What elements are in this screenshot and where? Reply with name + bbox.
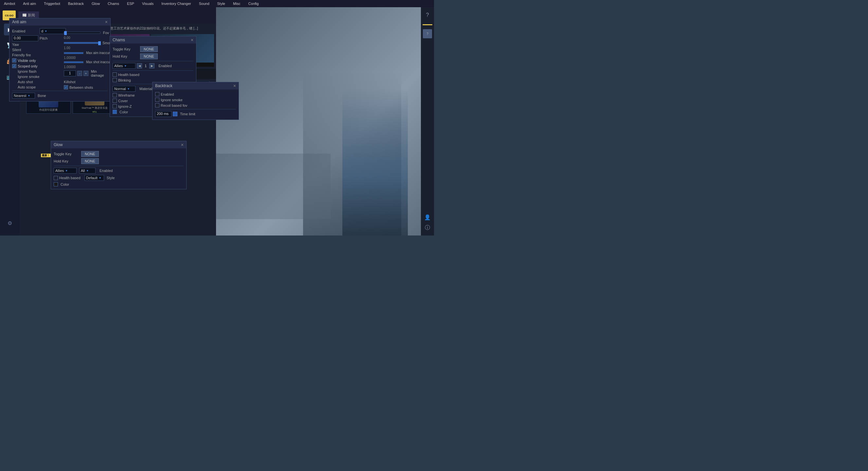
sidebar-settings-icon[interactable]: ⚙ [4, 217, 16, 229]
chams-header[interactable]: Chams × [110, 36, 196, 43]
chams-allies-dropdown[interactable]: Allies ▼ [113, 63, 135, 69]
backtrack-smoke-row: Ignore smoke [155, 97, 236, 102]
chams-cover-checkbox[interactable] [113, 98, 117, 103]
menu-esp[interactable]: ESP [126, 1, 135, 6]
chams-ignorez-checkbox[interactable] [113, 104, 117, 109]
chams-health-checkbox[interactable] [113, 72, 117, 77]
antiaim-right-section: Fov 0.00 Smooth 1.00 Max aim inaccuracy … [62, 28, 111, 92]
smooth-row: Smooth [64, 40, 109, 46]
right-question-box[interactable]: ? [423, 29, 432, 38]
backtrack-time-input[interactable]: 200 ms [155, 111, 172, 117]
glow-color-swatch[interactable] [54, 182, 58, 186]
menu-glow[interactable]: Glow [90, 1, 101, 6]
chams-enabled-label: Enabled [158, 64, 172, 68]
glow-toggle-label: Toggle Key [54, 152, 80, 156]
antiaim-scoped-checkbox[interactable] [12, 64, 17, 68]
backtrack-close[interactable]: × [234, 84, 236, 88]
chams-hold-row: Hold Key NONE [113, 53, 193, 60]
menu-backtrack[interactable]: Backtrack [67, 1, 85, 6]
shop-price-2: ¥51 [93, 110, 97, 113]
killshot-label: Killshot [64, 80, 75, 84]
right-question-icon[interactable]: ? [422, 10, 433, 20]
chams-hold-label: Hold Key [113, 54, 139, 58]
menu-inventory-changer[interactable]: Inventory Changer [160, 1, 192, 6]
antiaim-ignoreflash-label: Ignore flash [12, 69, 38, 73]
max-aim-slider[interactable] [64, 52, 84, 54]
chams-prev-btn[interactable]: ◀ [137, 63, 142, 68]
chams-hold-key-btn[interactable]: NONE [140, 53, 158, 59]
antiaim-title: Anti aim [12, 20, 26, 24]
backtrack-header[interactable]: Backtrack × [153, 82, 239, 89]
between-shots-checkbox[interactable] [64, 85, 68, 89]
backtrack-enabled-checkbox[interactable] [155, 92, 159, 96]
chams-material-label: Material [140, 87, 152, 91]
menu-style[interactable]: Style [216, 1, 226, 6]
backtrack-time-row: 200 ms Time limit [155, 110, 236, 118]
menu-triggerbot[interactable]: Triggerbot [42, 1, 62, 6]
chams-wireframe-checkbox[interactable] [113, 93, 117, 97]
menu-aimbot[interactable]: Aimbot [3, 1, 17, 6]
right-user-icon[interactable]: 👤 [422, 212, 433, 223]
smooth-slider[interactable] [64, 42, 100, 44]
min-damage-minus[interactable]: - [77, 71, 82, 76]
backtrack-panel: Backtrack × Enabled Ignore smoke Recoil … [152, 82, 239, 120]
antiaim-yaw-label: Yaw [12, 42, 38, 47]
glow-all-label: All [81, 169, 85, 173]
chams-blinking-checkbox[interactable] [113, 78, 117, 82]
menu-visuals[interactable]: Visuals [141, 1, 155, 6]
menu-chams[interactable]: Chams [106, 1, 120, 6]
antiaim-silent-label: Silent [12, 48, 38, 52]
glow-health-checkbox[interactable] [54, 176, 58, 180]
right-info-icon[interactable]: ⓘ [422, 223, 433, 233]
antiaim-bone-row: Nearest ▼ Bone [12, 92, 108, 99]
glow-allies-dropdown[interactable]: Allies ▼ [54, 168, 76, 174]
menu-antiaim[interactable]: Anti aim [22, 1, 37, 6]
chams-toggle-key-btn[interactable]: NONE [140, 46, 158, 52]
backtrack-enabled-label: Enabled [161, 92, 174, 96]
min-damage-input[interactable]: 1 [64, 70, 76, 76]
smooth-value: 1.00 [64, 46, 109, 51]
backtrack-recoil-label: Recoil based fov [161, 104, 187, 108]
glow-default-arrow: ▼ [99, 177, 101, 179]
menu-config[interactable]: Config [247, 1, 260, 6]
glow-allies-arrow: ▼ [65, 169, 68, 172]
antiaim-header[interactable]: Anti aim × [9, 18, 110, 26]
min-damage-plus[interactable]: + [84, 71, 88, 76]
chams-next-btn[interactable]: ▶ [149, 63, 154, 68]
antiaim-enabled-arrow: ▼ [44, 30, 47, 33]
glow-hold-label: Hold Key [54, 159, 80, 163]
antiaim-nearest-dropdown[interactable]: Nearest ▼ [12, 93, 35, 98]
glow-close[interactable]: × [181, 143, 184, 147]
chams-color-swatch[interactable] [113, 110, 117, 114]
glow-all-arrow: ▼ [86, 169, 89, 172]
glow-toggle-key-btn[interactable]: NONE [81, 151, 99, 157]
backtrack-body: Enabled Ignore smoke Recoil based fov 20… [153, 89, 239, 120]
glow-hold-key-btn[interactable]: NONE [81, 158, 99, 164]
glow-default-dropdown[interactable]: Default ▼ [85, 175, 104, 181]
glow-header[interactable]: Glow × [51, 141, 186, 148]
chams-close[interactable]: × [191, 38, 193, 42]
chams-normal-dropdown[interactable]: Normal ▼ [113, 86, 135, 92]
antiaim-visible-label: Visible only [18, 59, 36, 63]
nearest-arrow: ▼ [28, 94, 30, 97]
antiaim-close[interactable]: × [105, 20, 108, 24]
game-background [216, 7, 434, 235]
antiaim-enabled-value: d [41, 29, 43, 33]
fov-value: 0.00 [64, 35, 109, 40]
glow-all-dropdown[interactable]: All ▼ [79, 168, 96, 174]
antiaim-visible-checkbox[interactable] [12, 58, 17, 63]
antiaim-friendly-label: Friendly fire [12, 53, 38, 57]
backtrack-smoke-checkbox[interactable] [155, 98, 159, 102]
menu-sound[interactable]: Sound [198, 1, 211, 6]
menu-misc[interactable]: Misc [232, 1, 242, 6]
glow-panel: Glow × Toggle Key NONE Hold Key NONE All… [51, 141, 187, 189]
antiaim-pitch-input[interactable]: 0.00 [12, 35, 38, 41]
antiaim-bone-label: Bone [38, 94, 46, 98]
antiaim-panel: Anti aim × Enabled d ▼ 0.00 Pitch Yaw Si… [9, 18, 111, 101]
fov-slider[interactable] [64, 32, 100, 34]
glow-body: Toggle Key NONE Hold Key NONE Allies ▼ A… [51, 148, 186, 189]
backtrack-recoil-checkbox[interactable] [155, 103, 159, 108]
between-shots-row: Between shots [64, 85, 109, 90]
max-shot-slider[interactable] [64, 61, 84, 63]
between-shots-label: Between shots [69, 86, 93, 89]
